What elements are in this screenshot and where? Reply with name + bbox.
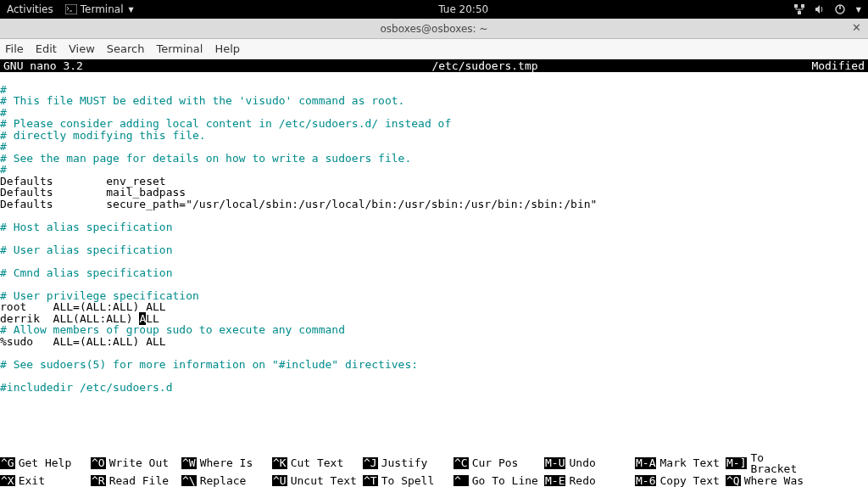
editor-line: Defaults secure_path="/usr/local/sbin:/u… <box>0 199 868 210</box>
nano-shortcut: ^RRead File <box>91 475 181 487</box>
shortcut-label: Write Out <box>109 457 169 469</box>
shortcut-label: Exit <box>19 475 45 487</box>
shortcut-key: ^_ <box>453 475 469 487</box>
svg-rect-3 <box>801 4 804 8</box>
shortcut-label: Uncut Text <box>291 475 357 487</box>
shortcut-key: ^R <box>91 475 106 487</box>
nano-shortcut: ^TTo Spell <box>363 475 453 487</box>
shortcut-label: Cut Text <box>291 457 344 469</box>
nano-shortcut: ^CCur Pos <box>453 452 544 475</box>
svg-rect-2 <box>794 4 798 8</box>
shortcut-key: ^W <box>181 457 197 469</box>
editor-line <box>0 255 868 267</box>
shortcut-label: Where Is <box>200 457 253 469</box>
nano-shortcut: ^GGet Help <box>0 452 91 475</box>
nano-header-bar: GNU nano 3.2 /etc/sudoers.tmp Modified <box>0 59 868 72</box>
editor-line: # See the man page for details on how to… <box>0 153 868 165</box>
volume-icon[interactable] <box>814 3 826 15</box>
editor-line <box>0 370 868 382</box>
close-icon[interactable]: ✕ <box>852 21 861 34</box>
nano-shortcut: ^KCut Text <box>272 452 363 475</box>
shortcut-key: ^G <box>0 457 15 469</box>
nano-shortcut: ^XExit <box>0 475 91 487</box>
window-titlebar: osboxes@osboxes: ~ ✕ <box>0 19 868 39</box>
shortcut-label: Replace <box>200 475 247 487</box>
editor-line <box>0 232 868 244</box>
editor-line: # <box>0 107 868 119</box>
nano-shortcut: M-]To Bracket <box>726 452 816 475</box>
shortcut-key: ^J <box>363 457 378 469</box>
shortcut-key: M-6 <box>635 475 656 487</box>
shortcut-label: Where Was <box>744 475 804 487</box>
shortcut-key: M-A <box>635 457 656 469</box>
nano-shortcut: ^WWhere Is <box>181 452 272 475</box>
editor-line: Defaults env_reset <box>0 176 868 188</box>
editor-line: # Host alias specification <box>0 221 868 233</box>
nano-modified-indicator: Modified <box>780 60 865 72</box>
power-icon[interactable] <box>834 3 846 15</box>
nano-editor-body[interactable]: ## This file MUST be edited with the 'vi… <box>0 72 868 452</box>
editor-line: Defaults mail_badpass <box>0 187 868 199</box>
editor-line: # <box>0 141 868 153</box>
shortcut-label: Copy Text <box>659 475 719 487</box>
shortcut-key: M-E <box>544 475 565 487</box>
shortcut-label: To Bracket <box>750 452 816 475</box>
active-app-name: Terminal <box>81 3 124 15</box>
terminal-menubar: File Edit View Search Terminal Help <box>0 39 868 59</box>
shortcut-key: M-U <box>544 457 565 469</box>
editor-line: # directly modifying this file. <box>0 130 868 142</box>
editor-line: # Allow members of group sudo to execute… <box>0 324 868 336</box>
gnome-topbar: Activities Terminal ▼ Tue 20:50 ▼ <box>0 0 868 19</box>
nano-filename: /etc/sudoers.tmp <box>190 60 780 72</box>
shortcut-key: ^C <box>453 457 469 469</box>
editor-line: # See sudoers(5) for more information on… <box>0 359 868 371</box>
nano-shortcut: M-UUndo <box>544 452 635 475</box>
menu-search[interactable]: Search <box>107 42 145 55</box>
menu-file[interactable]: File <box>5 42 24 55</box>
editor-line: # Cmnd alias specification <box>0 267 868 279</box>
editor-line: derrik ALL(ALL:ALL) ALL <box>0 313 868 325</box>
editor-line: # <box>0 84 868 96</box>
menu-edit[interactable]: Edit <box>36 42 57 55</box>
terminal-viewport[interactable]: GNU nano 3.2 /etc/sudoers.tmp Modified #… <box>0 59 868 487</box>
menu-help[interactable]: Help <box>214 42 240 55</box>
shortcut-key: ^T <box>363 475 378 487</box>
network-icon[interactable] <box>793 3 805 15</box>
shortcut-label: Go To Line <box>472 475 538 487</box>
window-title: osboxes@osboxes: ~ <box>380 23 487 35</box>
nano-version: GNU nano 3.2 <box>3 60 190 72</box>
shortcut-label: Read File <box>109 475 169 487</box>
shortcut-key: ^U <box>272 475 287 487</box>
nano-shortcut: ^_Go To Line <box>453 475 544 487</box>
nano-shortcut-bar: ^GGet Help^OWrite Out^WWhere Is^KCut Tex… <box>0 452 868 488</box>
editor-line: # <box>0 164 868 176</box>
shortcut-label: Cur Pos <box>472 457 519 469</box>
clock[interactable]: Tue 20:50 <box>134 3 793 15</box>
shortcut-key: ^\ <box>181 475 197 487</box>
editor-line: # User alias specification <box>0 244 868 256</box>
menu-terminal[interactable]: Terminal <box>156 42 203 55</box>
active-app-indicator[interactable]: Terminal ▼ <box>65 3 134 15</box>
shortcut-label: To Spell <box>381 475 435 487</box>
shortcut-label: Get Help <box>19 457 72 469</box>
shortcut-label: Redo <box>569 475 595 487</box>
shortcut-label: Undo <box>569 457 595 469</box>
editor-line: root ALL=(ALL:ALL) ALL <box>0 301 868 313</box>
editor-line <box>0 278 868 290</box>
activities-button[interactable]: Activities <box>7 3 53 15</box>
shortcut-label: Justify <box>381 457 428 469</box>
editor-line <box>0 210 868 221</box>
shortcut-key: ^X <box>0 475 15 487</box>
svg-rect-0 <box>65 4 77 14</box>
shortcut-key: ^K <box>272 457 287 469</box>
nano-shortcut: ^OWrite Out <box>91 452 181 475</box>
editor-line: %sudo ALL=(ALL:ALL) ALL <box>0 336 868 348</box>
editor-line: # This file MUST be edited with the 'vis… <box>0 95 868 107</box>
editor-line <box>0 347 868 359</box>
menu-view[interactable]: View <box>69 42 95 55</box>
shortcut-key: ^Q <box>726 475 741 487</box>
chevron-down-icon[interactable]: ▼ <box>856 6 861 14</box>
nano-shortcut: M-ERedo <box>544 475 635 487</box>
editor-line: # User privilege specification <box>0 290 868 302</box>
terminal-icon <box>65 4 77 14</box>
